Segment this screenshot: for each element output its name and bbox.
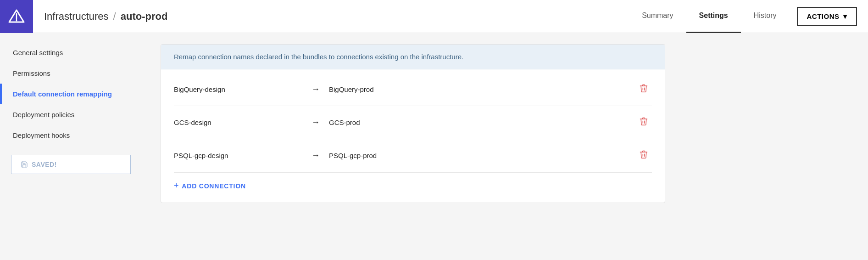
tab-settings[interactable]: Settings xyxy=(686,0,741,33)
arrow-icon: → xyxy=(312,151,320,160)
chevron-down-icon: ▾ xyxy=(843,12,847,21)
info-banner: Remap connection names declared in the b… xyxy=(161,45,665,69)
content-card: Remap connection names declared in the b… xyxy=(161,44,665,203)
trash-icon xyxy=(639,83,648,93)
breadcrumb-parent: Infrastructures xyxy=(44,11,109,23)
table-row: PSQL-gcp-design → PSQL-gcp-prod xyxy=(174,139,652,172)
arrow-icon: → xyxy=(312,85,320,94)
arrow-icon: → xyxy=(312,118,320,127)
save-icon xyxy=(21,161,28,168)
main-content: Remap connection names declared in the b… xyxy=(142,33,868,260)
connection-source: BigQuery-design xyxy=(174,85,302,93)
delete-connection-button[interactable] xyxy=(635,114,652,130)
connection-dest: BigQuery-prod xyxy=(329,85,635,93)
connection-dest: GCS-prod xyxy=(329,119,635,126)
plus-icon: + xyxy=(174,181,179,191)
tab-summary[interactable]: Summary xyxy=(629,0,686,33)
delete-connection-button[interactable] xyxy=(635,81,652,97)
logo-box xyxy=(0,0,33,33)
saved-button: SAVED! xyxy=(11,155,131,174)
breadcrumb-separator: / xyxy=(113,11,116,23)
logo-icon xyxy=(7,7,26,26)
actions-button[interactable]: ACTIONS ▾ xyxy=(797,7,857,26)
sidebar-item-general-settings[interactable]: General settings xyxy=(0,42,142,63)
header-nav: Summary Settings History ACTIONS ▾ xyxy=(629,0,857,33)
table-row: GCS-design → GCS-prod xyxy=(174,106,652,139)
table-row: BigQuery-design → BigQuery-prod xyxy=(174,73,652,106)
connection-source: PSQL-gcp-design xyxy=(174,152,302,159)
tab-history[interactable]: History xyxy=(741,0,790,33)
connection-list: BigQuery-design → BigQuery-prod GC xyxy=(161,69,665,203)
sidebar-item-permissions[interactable]: Permissions xyxy=(0,63,142,84)
sidebar: General settings Permissions Default con… xyxy=(0,33,142,260)
delete-connection-button[interactable] xyxy=(635,147,652,164)
trash-icon xyxy=(639,116,648,126)
layout: General settings Permissions Default con… xyxy=(0,33,868,260)
connection-dest: PSQL-gcp-prod xyxy=(329,152,635,159)
svg-point-2 xyxy=(16,20,17,21)
breadcrumb-current: auto-prod xyxy=(121,11,168,23)
breadcrumb: Infrastructures / auto-prod xyxy=(44,11,167,23)
sidebar-item-deployment-hooks[interactable]: Deployment hooks xyxy=(0,125,142,146)
add-connection-button[interactable]: + ADD CONNECTION xyxy=(174,172,652,199)
trash-icon xyxy=(639,149,648,159)
connection-source: GCS-design xyxy=(174,119,302,126)
header: Infrastructures / auto-prod Summary Sett… xyxy=(0,0,868,33)
sidebar-item-default-connection-remapping[interactable]: Default connection remapping xyxy=(0,84,142,104)
sidebar-item-deployment-policies[interactable]: Deployment policies xyxy=(0,104,142,125)
